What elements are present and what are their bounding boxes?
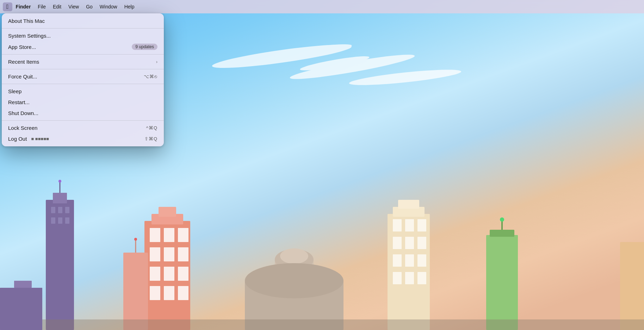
separator-4 (2, 84, 164, 84)
svg-rect-55 (14, 281, 32, 288)
menubar-help[interactable]: Help (121, 2, 138, 11)
apple-menu-dropdown: About This Mac System Settings... App St… (2, 13, 164, 146)
svg-rect-17 (150, 267, 160, 281)
svg-rect-54 (0, 288, 42, 330)
separator-2 (2, 54, 164, 55)
menubar-file[interactable]: File (34, 2, 49, 11)
svg-rect-5 (51, 217, 55, 224)
log-out-label: Log Out ■ ■■■■■ (8, 136, 49, 142)
menu-item-shut-down[interactable]: Shut Down... (2, 108, 164, 119)
svg-rect-15 (164, 247, 174, 261)
menubar:  Finder File Edit View Go Window Help (0, 0, 644, 13)
menubar-view[interactable]: View (65, 2, 82, 11)
menubar-window[interactable]: Window (96, 2, 121, 11)
sleep-label: Sleep (8, 88, 21, 94)
lock-screen-label: Lock Screen (8, 125, 37, 131)
svg-rect-41 (393, 272, 402, 284)
force-quit-shortcut: ⌥⌘⎋ (144, 74, 157, 79)
menu-item-restart[interactable]: Restart... (2, 97, 164, 108)
svg-rect-2 (51, 207, 55, 213)
svg-rect-3 (58, 207, 62, 213)
separator-5 (2, 120, 164, 121)
menu-item-about[interactable]: About This Mac (2, 15, 164, 26)
about-label: About This Mac (8, 18, 45, 24)
apple-menu-button[interactable]:  (3, 2, 12, 11)
svg-rect-43 (417, 272, 426, 284)
restart-label: Restart... (8, 99, 30, 105)
system-settings-label: System Settings... (8, 33, 51, 39)
svg-rect-20 (150, 286, 160, 300)
svg-rect-42 (405, 272, 414, 284)
svg-rect-44 (486, 235, 518, 330)
svg-rect-19 (178, 267, 188, 281)
app-store-label: App Store... (8, 44, 36, 50)
log-out-shortcut: ⇧⌘Q (144, 136, 157, 141)
svg-rect-51 (0, 319, 644, 330)
svg-rect-7 (65, 217, 69, 224)
svg-point-50 (245, 263, 343, 298)
menu-item-log-out[interactable]: Log Out ■ ■■■■■ ⇧⌘Q (2, 133, 164, 144)
menubar-finder[interactable]: Finder (12, 2, 35, 11)
svg-rect-35 (393, 237, 402, 249)
city-illustration (0, 172, 644, 330)
menu-item-app-store[interactable]: App Store... 9 updates (2, 41, 164, 52)
shut-down-label: Shut Down... (8, 110, 38, 116)
svg-rect-33 (405, 219, 414, 231)
svg-rect-45 (490, 230, 514, 237)
svg-rect-13 (178, 228, 188, 242)
menu-item-force-quit[interactable]: Force Quit... ⌥⌘⎋ (2, 71, 164, 82)
svg-point-53 (58, 180, 61, 183)
separator-3 (2, 69, 164, 69)
updates-badge: 9 updates (132, 44, 157, 50)
svg-rect-16 (178, 247, 188, 261)
chevron-right-icon: › (156, 59, 157, 64)
svg-rect-40 (417, 254, 426, 267)
menu-item-lock-screen[interactable]: Lock Screen ^⌘Q (2, 122, 164, 133)
svg-rect-48 (620, 242, 644, 330)
svg-rect-23 (123, 253, 148, 330)
menu-item-sleep[interactable]: Sleep (2, 86, 164, 97)
svg-rect-14 (150, 247, 160, 261)
svg-rect-18 (164, 267, 174, 281)
menu-item-recent-items[interactable]: Recent Items › (2, 56, 164, 67)
svg-rect-38 (393, 254, 402, 267)
svg-rect-4 (65, 207, 69, 213)
log-out-username: ■ ■■■■■ (31, 136, 49, 141)
svg-rect-22 (178, 286, 188, 300)
svg-rect-10 (159, 207, 176, 217)
svg-rect-11 (150, 228, 160, 242)
svg-rect-34 (417, 219, 426, 231)
svg-rect-39 (405, 254, 414, 267)
svg-rect-21 (164, 286, 174, 300)
svg-rect-31 (398, 200, 419, 209)
menubar-edit[interactable]: Edit (49, 2, 65, 11)
svg-rect-12 (164, 228, 174, 242)
svg-point-25 (134, 238, 137, 241)
menubar-go[interactable]: Go (82, 2, 96, 11)
recent-items-label: Recent Items (8, 59, 39, 65)
menu-item-system-settings[interactable]: System Settings... (2, 30, 164, 41)
separator-1 (2, 28, 164, 28)
svg-point-28 (280, 248, 308, 264)
svg-rect-36 (405, 237, 414, 249)
svg-rect-1 (53, 193, 67, 203)
force-quit-label: Force Quit... (8, 74, 37, 80)
svg-rect-6 (58, 217, 62, 224)
svg-rect-32 (393, 219, 402, 231)
svg-point-47 (500, 217, 504, 222)
lock-screen-shortcut: ^⌘Q (146, 125, 157, 131)
svg-rect-37 (417, 237, 426, 249)
